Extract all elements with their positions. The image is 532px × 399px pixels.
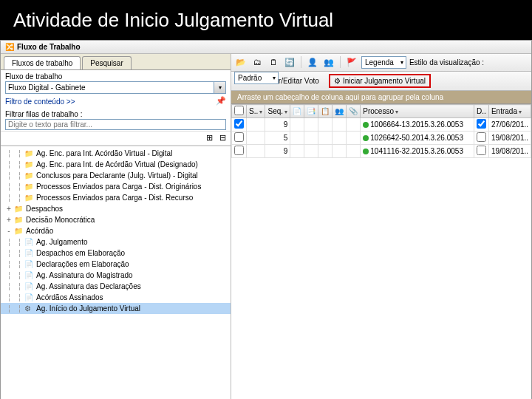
open-folder-icon[interactable]: 📂 (234, 55, 248, 69)
workflow-panel-header: 🔀 Fluxo de Trabalho (1, 41, 531, 54)
tree-node-despachos[interactable]: +Despachos (1, 203, 231, 214)
workflow-icon: 🔀 (5, 43, 14, 51)
col-d[interactable]: D.. (474, 105, 488, 118)
content-filter-link[interactable]: Filtro de conteúdo >> (5, 98, 75, 106)
filter-queues-label: Filtrar filas de trabalho : (5, 110, 226, 118)
workflow-tree: ¦¦Ag. Enc. para Int. Acórdão Virtual - D… (1, 146, 231, 399)
right-pane: 📂 🗂 🗒 🔄 👤 👥 🚩 Legenda Estilo da visualiz… (231, 54, 531, 399)
doc-icon (24, 249, 35, 258)
folder-icon (24, 183, 35, 191)
col-seq[interactable]: Seq. (265, 105, 290, 118)
grid-header-row: S.. Seq. 📄 📑 📋 👥 📎 Processo D.. Entrada (232, 105, 531, 118)
viz-style-label: Estilo da visualização : (409, 58, 484, 66)
flag-icon[interactable]: 🚩 (345, 55, 358, 69)
tree-item-selected[interactable]: ¦¦Ag. Início do Julgamento Virtual (1, 303, 231, 314)
folder-icon (24, 171, 35, 180)
tree-item[interactable]: ¦¦Processos Enviados para Carga - Dist. … (1, 181, 231, 192)
col-icon3[interactable]: 📋 (318, 105, 332, 118)
doc-icon (24, 260, 35, 269)
user-assign-icon[interactable]: 👤 (306, 55, 319, 69)
table-row[interactable]: 5 1026642-50.2014.3.26.0053 19/08/201.. (232, 132, 531, 145)
collapse-icon[interactable]: - (4, 227, 14, 235)
user-remove-icon[interactable]: 👥 (322, 55, 335, 69)
tab-search[interactable]: Pesquisar (82, 56, 131, 69)
left-pane: Fluxos de trabalho Pesquisar Fluxo de tr… (1, 54, 231, 399)
tree-item[interactable]: ¦¦Despachos em Elaboração (1, 248, 231, 259)
table-row[interactable]: 9 1041116-32.2015.3.26.0053 19/08/201.. (232, 145, 531, 158)
folder-icon (24, 149, 35, 158)
folder-icon (14, 205, 24, 214)
tree-item[interactable]: ¦¦Ag. Enc. para Int. de Acórdão Virtual … (1, 159, 231, 170)
slide-title: Atividade de Inicio Julgamento Virtual (13, 9, 333, 32)
filter-pin-icon[interactable]: 📌 (216, 96, 226, 106)
tab-workflows[interactable]: Fluxos de trabalho (4, 56, 81, 69)
workflow-label: Fluxo de trabalho (5, 72, 226, 81)
col-icon5[interactable]: 📎 (347, 105, 361, 118)
workflow-panel-title: Fluxo de Trabalho (17, 43, 81, 51)
row-checkbox[interactable] (234, 146, 244, 155)
workflow-select[interactable] (5, 81, 214, 94)
folder-icon (14, 216, 24, 225)
slide-title-bar: Atividade de Inicio Julgamento Virtual (0, 0, 532, 40)
d-checkbox[interactable] (477, 146, 486, 155)
group-by-strip[interactable]: Arraste um cabeçalho de coluna aqui para… (231, 91, 531, 104)
expand-icon[interactable]: + (4, 216, 14, 224)
process-grid: S.. Seq. 📄 📑 📋 👥 📎 Processo D.. Entrada (231, 104, 531, 399)
tree-item[interactable]: ¦¦Acórdãos Assinados (1, 292, 231, 303)
tree-node-decisao[interactable]: +Decisão Monocrática (1, 214, 231, 225)
start-virtual-highlight: ⚙ Iniciar Julgamento Virtual (329, 74, 431, 88)
select-all-checkbox[interactable] (234, 106, 244, 115)
tree-item[interactable]: ¦¦Declarações em Elaboração (1, 259, 231, 270)
legend-dropdown[interactable]: Legenda (361, 56, 406, 69)
tree-item[interactable]: ¦¦Ag. Assinatura do Magistrado (1, 270, 231, 281)
gear-play-icon: ⚙ (334, 77, 341, 85)
folder-icon (14, 227, 24, 236)
tree-item[interactable]: ¦¦Processos Enviados para Carga - Dist. … (1, 192, 231, 203)
list-icon[interactable]: 🗒 (267, 55, 280, 69)
col-icon1[interactable]: 📄 (290, 105, 304, 118)
col-checkbox[interactable] (232, 105, 247, 118)
left-tabstrip: Fluxos de trabalho Pesquisar (1, 54, 231, 70)
tree-item[interactable]: ¦¦Conclusos para Declarante (Julg. Virtu… (1, 170, 231, 181)
tree-item[interactable]: ¦¦Ag. Assinatura das Declarações (1, 281, 231, 292)
filter-queues-input[interactable] (5, 119, 226, 130)
status-dot-icon (363, 149, 369, 154)
refresh-icon[interactable]: 🔄 (283, 55, 296, 69)
gear-icon (24, 304, 35, 313)
cards-icon[interactable]: 🗂 (250, 55, 264, 69)
app-frame: 🔀 Fluxo de Trabalho Fluxos de trabalho P… (0, 40, 532, 399)
d-checkbox[interactable] (477, 132, 486, 142)
tree-layout-icon[interactable]: ⊟ (217, 133, 228, 143)
start-virtual-button[interactable]: ⚙ Iniciar Julgamento Virtual (333, 76, 426, 86)
col-entrada[interactable]: Entrada (488, 105, 531, 118)
d-checkbox[interactable] (477, 119, 486, 129)
expand-icon[interactable]: + (4, 205, 14, 213)
col-processo[interactable]: Processo (361, 105, 474, 118)
tree-item[interactable]: ¦¦Ag. Enc. para Int. Acórdão Virtual - D… (1, 148, 231, 159)
tree-item[interactable]: ¦¦Ag. Julgamento (1, 236, 231, 248)
tree-expand-icon[interactable]: ⊞ (204, 133, 214, 143)
row-checkbox[interactable] (234, 132, 244, 142)
col-situacao[interactable]: S.. (247, 105, 265, 118)
status-dot-icon (363, 135, 369, 141)
viz-style-select[interactable]: Padrão (234, 72, 279, 84)
doc-icon (24, 238, 35, 247)
folder-icon (24, 160, 35, 169)
main-toolbar: 📂 🗂 🗒 🔄 👤 👥 🚩 Legenda Estilo da visualiz… (231, 54, 531, 72)
status-dot-icon (363, 122, 369, 128)
workflow-dropdown-btn[interactable]: ▾ (214, 81, 226, 94)
doc-icon (24, 271, 35, 280)
col-icon2[interactable]: 📑 (304, 105, 318, 118)
tree-node-acordao[interactable]: -Acórdão (1, 225, 231, 236)
col-icon4[interactable]: 👥 (332, 105, 347, 118)
folder-icon (24, 194, 35, 202)
row-checkbox[interactable] (234, 119, 244, 129)
table-row[interactable]: 9 1006664-13.2015.3.26.0053 27/06/201.. (232, 118, 531, 132)
tree-toolbar: ⊞ ⊟ (1, 131, 231, 146)
workflow-field: Fluxo de trabalho ▾ (1, 70, 231, 95)
doc-icon (24, 293, 35, 302)
doc-icon (24, 282, 35, 291)
